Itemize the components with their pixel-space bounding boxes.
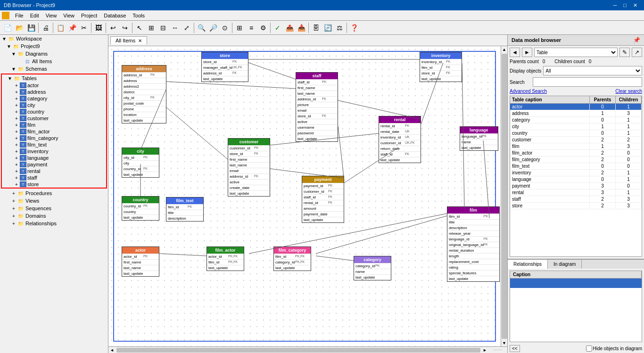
tree-customer[interactable]: + T customer [2, 115, 106, 122]
table-country[interactable]: country country_idPK country last_update [122, 196, 159, 221]
diagram-area[interactable]: store store_idPK manager_staff_idUK,FK a… [108, 46, 501, 346]
minimize-btn[interactable]: ─ [611, 2, 620, 8]
db-btn[interactable]: 🗄 [310, 22, 322, 33]
type-select[interactable]: Table [534, 48, 618, 57]
tree-schemas[interactable]: ▼ 📁 Schemas [0, 65, 108, 73]
tree-actor[interactable]: + T actor [2, 82, 106, 89]
tree-address[interactable]: + T address [2, 89, 106, 95]
horizontal-scrollbar[interactable]: ◄ ► ········· [108, 346, 507, 353]
table-list-row[interactable]: staff 2 3 [510, 196, 642, 203]
advanced-search-link[interactable]: Advanced Search [510, 89, 547, 94]
menu-edit[interactable]: Edit [27, 12, 42, 19]
table-list[interactable]: Table caption Parents Children actor 0 1… [510, 96, 642, 257]
table-staff[interactable]: staff staff_idPK first_name last_name ad… [296, 72, 338, 142]
menu-database[interactable]: Project [78, 12, 100, 19]
print-btn[interactable]: 🖨 [40, 22, 51, 33]
maximize-btn[interactable]: □ [620, 2, 629, 8]
rel-selected-row[interactable] [510, 279, 642, 288]
tree-diagrams[interactable]: ▼ 📁 Diagrams [0, 50, 108, 57]
fk-btn[interactable]: ⤢ [181, 22, 192, 33]
tab-in-diagram[interactable]: In diagram [548, 260, 582, 269]
table-list-row[interactable]: customer 2 2 [510, 137, 642, 143]
hide-objects-checkbox[interactable] [586, 345, 592, 352]
diagrams-expand[interactable]: ▼ [10, 51, 17, 57]
tree-store[interactable]: + T store [2, 181, 106, 188]
table-film-category[interactable]: film_category film_idPK,FK category_idPK… [273, 246, 311, 271]
project-expand[interactable]: ▼ [6, 44, 12, 49]
screenshot-btn[interactable]: 🖼 [93, 22, 104, 33]
table-list-row[interactable]: film_text 0 0 [510, 163, 642, 170]
tree-rental[interactable]: + T rental [2, 168, 106, 174]
tree-views[interactable]: + 📁 Views [0, 197, 108, 205]
zoom-in-btn[interactable]: 🔍 [196, 22, 207, 33]
settings-btn[interactable]: ⚙ [257, 22, 269, 33]
table-list-row[interactable]: language 0 1 [510, 176, 642, 183]
table-category[interactable]: category category_idPK name last_update [354, 256, 391, 280]
workspace-expand[interactable]: ▼ [1, 36, 8, 41]
tree-staff[interactable]: + T staff [2, 174, 106, 181]
table-film[interactable]: film film_idPK title description release… [447, 206, 500, 282]
table-address[interactable]: address address_idPK address address2 di… [122, 65, 166, 123]
table-store[interactable]: store store_idPK manager_staff_idUK,FK a… [201, 52, 248, 82]
table-language[interactable]: language language_idPK name last_update [460, 126, 498, 151]
tree-all-items[interactable]: ⊡ All Items [0, 57, 108, 65]
grid-btn[interactable]: ⊞ [234, 22, 245, 33]
rel-btn[interactable]: ↔ [169, 22, 181, 33]
tree-tables[interactable]: ▼ 📁 Tables [2, 74, 106, 82]
table-list-row[interactable]: actor 0 1 [510, 104, 642, 110]
table-list-row[interactable]: inventory 2 1 [510, 170, 642, 176]
open-btn[interactable]: 📂 [14, 22, 25, 33]
nav-forward-btn[interactable]: ► [522, 48, 532, 57]
table-actor[interactable]: actor actor_idPK first_name last_name la… [122, 246, 159, 277]
new-btn[interactable]: 📄 [2, 22, 13, 33]
tree-film-text[interactable]: + T film_text [2, 141, 106, 148]
clear-search-link[interactable]: Clear search [615, 89, 642, 94]
table-film-text[interactable]: film_text film_idPK title description [166, 197, 204, 222]
tree-sequences[interactable]: + 📁 Sequences [0, 205, 108, 212]
table-rental[interactable]: rental rental_idPK rental_dateUK invento… [379, 116, 421, 163]
menu-view[interactable]: View [43, 12, 60, 19]
tree-film-category[interactable]: + T film_category [2, 135, 106, 141]
vertical-scrollbar[interactable]: ▲ ▼ [501, 46, 507, 346]
menu-file[interactable]: File [12, 12, 26, 19]
tab-close-icon[interactable]: ✕ [138, 38, 142, 43]
menu-tools[interactable]: Database [101, 12, 129, 19]
import-btn[interactable]: 📥 [296, 22, 307, 33]
paste-btn[interactable]: 📌 [66, 22, 78, 33]
menu-help[interactable]: Tools [130, 12, 148, 19]
table-city[interactable]: city city_idPK city country_idFK last_up… [122, 148, 159, 178]
table-payment[interactable]: payment payment_idPK customer_idFK staff… [302, 176, 344, 223]
zoom-reset-btn[interactable]: ⊙ [219, 22, 231, 33]
tree-procedures[interactable]: + 📁 Procedures [0, 189, 108, 197]
help-icon-btn[interactable]: ❓ [348, 22, 360, 33]
tree-language[interactable]: + T language [2, 155, 106, 161]
delete-btn[interactable]: ✂ [78, 22, 90, 33]
tree-payment[interactable]: + T payment [2, 161, 106, 168]
sync-btn[interactable]: 🔄 [322, 22, 333, 33]
actor-expand[interactable]: + [13, 83, 20, 88]
menu-project[interactable]: View [60, 12, 77, 19]
check-btn[interactable]: ✓ [272, 22, 283, 33]
export-btn[interactable]: 📤 [284, 22, 295, 33]
table-list-row[interactable]: rental 3 1 [510, 189, 642, 196]
save-btn[interactable]: 💾 [25, 22, 37, 33]
select-btn[interactable]: ↖ [134, 22, 145, 33]
tree-film-actor[interactable]: + T film_actor [2, 128, 106, 135]
table-list-row[interactable]: country 0 1 [510, 130, 642, 137]
table-film-actor[interactable]: film_actor actor_idPK,FK film_idPK,FK la… [206, 246, 244, 271]
table-list-row[interactable]: address 1 3 [510, 110, 642, 117]
tree-project[interactable]: ▼ 📁 Project9 [0, 42, 108, 50]
table-list-row[interactable]: film_category 2 0 [510, 156, 642, 163]
table-list-row[interactable]: city 1 1 [510, 123, 642, 130]
table-inventory[interactable]: inventory inventory_idPK film_idFK store… [420, 52, 462, 82]
table-list-row[interactable]: store 2 3 [510, 203, 642, 209]
undo-btn[interactable]: ↩ [107, 22, 119, 33]
nav-first-btn[interactable]: << [510, 345, 520, 352]
pin-icon[interactable]: 📌 [633, 37, 640, 43]
tab-relationships[interactable]: Relationships [508, 260, 548, 269]
edit-btn[interactable]: ✎ [619, 48, 630, 57]
layout-btn[interactable]: ≡ [246, 22, 257, 33]
redo-btn[interactable]: ↪ [119, 22, 131, 33]
close-btn[interactable]: ✕ [630, 2, 640, 8]
nav-back-btn[interactable]: ◄ [510, 48, 520, 57]
